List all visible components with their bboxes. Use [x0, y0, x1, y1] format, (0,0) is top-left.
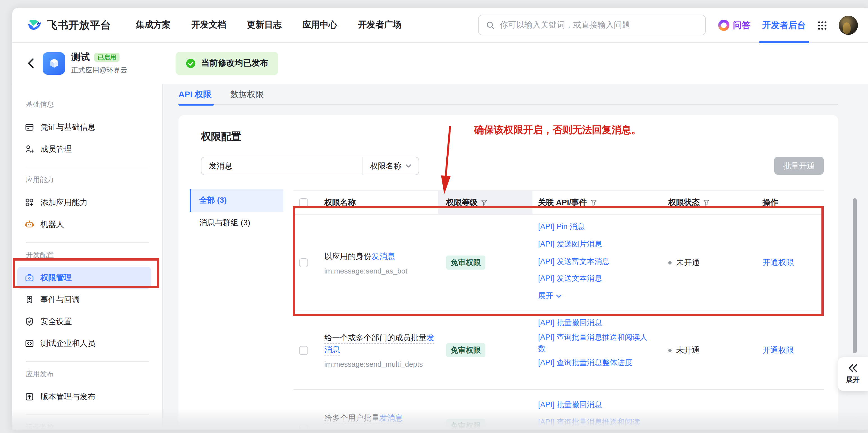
sidebar-item-label: 事件与回调 [40, 294, 80, 305]
api-link[interactable]: [API] 批量撤回消息 [538, 315, 653, 331]
qa-entry[interactable]: 问答 [718, 19, 750, 31]
permission-name-link[interactable]: 给一个或多个部门的成员批量发消息 [324, 333, 434, 355]
search-icon [486, 21, 495, 29]
api-link[interactable]: [API] 查询批量消息推送和阅读人数 [538, 331, 653, 354]
sidebar-divider [26, 361, 149, 362]
search-filter-label: 权限名称 [370, 161, 401, 171]
sidebar-item-security[interactable]: 安全设置 [18, 311, 151, 333]
permission-table: 权限名称 权限等级 关联 API/事件 权限状态 [293, 191, 824, 430]
category-list: 全部 (3) 消息与群组 (3) [190, 189, 283, 234]
permission-code: im:message:send_multi_depts [324, 360, 438, 368]
table-header-row: 权限名称 权限等级 关联 API/事件 权限状态 [293, 191, 824, 214]
permission-config-card: 权限配置 发消息 权限名称 批量开通 全部 (3) 消息与群组 (3) [179, 115, 838, 430]
sidebar-item-version-release[interactable]: 版本管理与发布 [18, 386, 151, 408]
filter-funnel-icon[interactable] [590, 199, 597, 206]
bulk-enable-button[interactable]: 批量开通 [774, 157, 824, 175]
page: 飞书开放平台 集成方案 开发文档 更新日志 应用中心 开发者广场 你可以输入关键… [0, 0, 868, 433]
credential-card-icon [25, 122, 34, 132]
logo-text: 飞书开放平台 [47, 18, 111, 32]
browser-window: 飞书开放平台 集成方案 开发文档 更新日志 应用中心 开发者广场 你可以输入关键… [12, 8, 868, 430]
sidebar-item-credentials[interactable]: 凭证与基础信息 [18, 116, 151, 138]
code-brackets-icon [25, 339, 34, 348]
permission-search-input[interactable]: 发消息 [202, 157, 362, 175]
category-all[interactable]: 全部 (3) [190, 189, 283, 212]
red-annotation-text: 确保该权限开启，否则无法回复消息。 [474, 123, 641, 137]
level-pill: 免审权限 [446, 343, 485, 357]
row-checkbox[interactable] [299, 258, 308, 267]
tab-api-permission[interactable]: API 权限 [179, 89, 212, 100]
check-circle-icon [186, 58, 196, 68]
sidebar-item-members[interactable]: 成员管理 [18, 138, 151, 160]
nav-item-app-center[interactable]: 应用中心 [303, 19, 337, 31]
nav-item-dev-plaza[interactable]: 开发者广场 [358, 19, 401, 31]
select-all-checkbox[interactable] [299, 198, 308, 207]
sidebar-section-dev-config: 开发配置 [26, 251, 149, 260]
nav-item-changelog[interactable]: 更新日志 [247, 19, 282, 31]
back-chevron-icon[interactable] [27, 58, 34, 68]
search-filter-select[interactable]: 权限名称 [362, 157, 418, 175]
apps-grid-icon[interactable] [817, 21, 827, 30]
tab-bar: API 权限 数据权限 [179, 84, 264, 105]
nav-item-docs[interactable]: 开发文档 [191, 19, 226, 31]
status-dot-icon [668, 348, 672, 352]
sidebar-item-bot[interactable]: 机器人 [18, 213, 151, 235]
permission-name-link[interactable]: 以应用的身份发消息 [324, 251, 395, 262]
tab-track-line [179, 105, 838, 105]
upload-square-icon [25, 392, 34, 402]
sidebar-item-events[interactable]: 事件与回调 [18, 289, 151, 311]
enable-permission-link[interactable]: 开通权限 [763, 258, 824, 268]
app-identity: 测试 已启用 正式应用@环界云 [71, 51, 127, 75]
sidebar-item-permissions[interactable]: 权限管理 [18, 267, 151, 289]
sidebar-item-add-capability[interactable]: 添加应用能力 [18, 192, 151, 213]
nav-item-integration[interactable]: 集成方案 [136, 19, 170, 31]
sidebar-section-capability: 应用能力 [26, 175, 149, 185]
table-row: 以应用的身份发消息 im:message:send_as_bot 免审权限 [A… [293, 214, 824, 311]
enable-permission-link[interactable]: 开通权限 [763, 345, 824, 355]
double-chevron-left-icon [848, 364, 858, 372]
top-navbar: 飞书开放平台 集成方案 开发文档 更新日志 应用中心 开发者广场 你可以输入关键… [12, 8, 868, 43]
sidebar-divider [26, 167, 149, 167]
sidebar-item-label: 安全设置 [40, 316, 72, 326]
sidebar-item-test-enterprise[interactable]: 测试企业和人员 [18, 333, 151, 354]
filter-funnel-icon[interactable] [481, 199, 488, 206]
api-link[interactable]: [API] 发送文本消息 [538, 270, 653, 287]
permission-name-link[interactable]: 给多个用户批量发消息 [324, 413, 403, 424]
expand-panel-button[interactable]: 展开 [838, 357, 868, 391]
qa-label: 问答 [733, 19, 750, 31]
api-link[interactable]: [API] 查询批量消息推送和阅读 [538, 414, 653, 430]
sidebar-item-label: 版本管理与发布 [40, 392, 95, 402]
feishu-logo[interactable]: 飞书开放平台 [27, 18, 111, 33]
header-permission-status: 权限状态 [661, 191, 749, 214]
sidebar-divider [26, 414, 149, 415]
table-row: 给一个或多个部门的成员批量发消息 im:message:send_multi_d… [293, 311, 824, 390]
search-input[interactable]: 你可以输入关键词，或直接输入问题 [478, 15, 706, 35]
tab-data-permission[interactable]: 数据权限 [230, 89, 264, 100]
api-link[interactable]: [API] 查询批量消息整体进度 [538, 354, 653, 371]
sidebar-section-monitor: 运营监控 [26, 423, 149, 430]
status-cell: 未开通 [668, 258, 749, 268]
app-header: 测试 已启用 正式应用@环界云 当前修改均已发布 [12, 43, 868, 84]
publish-status-text: 当前修改均已发布 [201, 58, 268, 68]
member-add-icon [25, 144, 34, 154]
avatar[interactable] [839, 16, 858, 35]
api-link[interactable]: [API] 批量撤回消息 [538, 397, 653, 414]
active-tab-underline [179, 104, 214, 106]
row-checkbox[interactable] [299, 346, 308, 355]
vertical-scrollbar-thumb[interactable] [853, 198, 857, 353]
api-link[interactable]: [API] Pin 消息 [538, 219, 653, 236]
category-message-group[interactable]: 消息与群组 (3) [190, 212, 283, 234]
row-checkbox[interactable] [299, 425, 308, 430]
header-permission-level: 权限等级 [438, 191, 532, 214]
api-link[interactable]: [API] 发送图片消息 [538, 236, 653, 253]
shield-check-icon [25, 317, 34, 326]
level-pill: 免审权限 [446, 419, 485, 430]
header-action: 操作 [749, 191, 824, 214]
filter-funnel-icon[interactable] [703, 199, 710, 206]
expand-apis-link[interactable]: 展开 [538, 288, 653, 305]
status-cell: 未开通 [668, 345, 749, 355]
api-link[interactable]: [API] 发送富文本消息 [538, 253, 653, 270]
chevron-down-icon [556, 294, 562, 298]
permission-search-combo: 发消息 权限名称 [201, 157, 419, 175]
bookmark-plus-icon [25, 295, 34, 305]
developer-console-link[interactable]: 开发者后台 [762, 19, 806, 31]
